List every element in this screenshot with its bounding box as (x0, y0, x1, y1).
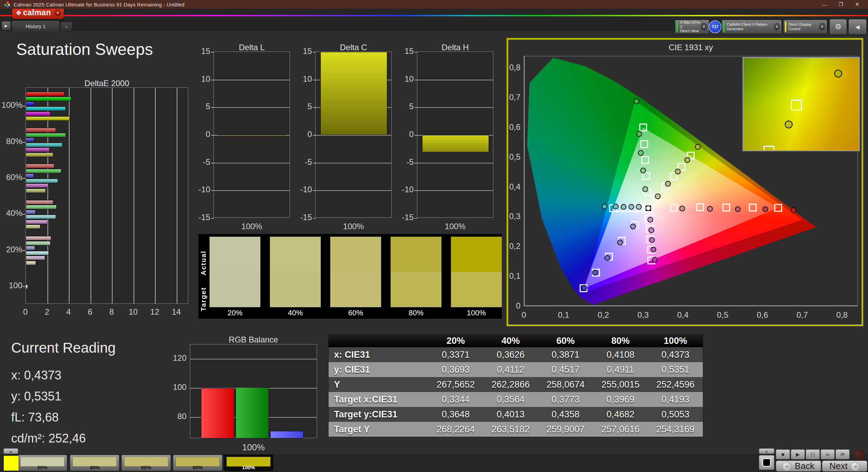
cie-measured-marker (605, 255, 610, 261)
cie-measured-marker (655, 193, 661, 199)
table-cell: 0,3969 (593, 392, 648, 407)
deltae-x-tick: 4 (62, 307, 75, 317)
pattern-button-100%[interactable]: 100% (224, 455, 273, 471)
pattern-button-60%[interactable]: 60% (121, 455, 171, 471)
swatch-label: 20% (210, 309, 260, 317)
pattern-generator-dropdown[interactable]: CalMAN Client 3 Pattern Generator ▼ (722, 20, 782, 34)
table-cell: 0,3871 (538, 347, 593, 362)
delta-axis-tick (415, 218, 417, 219)
settings-button[interactable]: ⚙ (829, 19, 847, 35)
swatch-column: 80% (391, 237, 441, 319)
cie-target-marker (670, 204, 678, 212)
delta-axis-tick (313, 163, 316, 163)
cie-y-tick: 0,2 (503, 241, 520, 251)
next-button[interactable]: Next» (822, 460, 867, 472)
rgb-balance-title: RGB Balance (229, 335, 278, 345)
chevron-down-icon: ▼ (54, 9, 61, 16)
transport-play-button[interactable]: ▶ (791, 449, 805, 459)
delta-y-tick: -5 (294, 157, 312, 167)
rgb-y-tick: 80 (169, 412, 186, 421)
cie-target-marker (639, 123, 647, 131)
actual-row-label: Actual (200, 238, 208, 275)
target-swatch (270, 272, 321, 307)
cie-x-tick: 0,2 (593, 310, 614, 320)
deltae-bar (26, 246, 35, 250)
table-cell: 0,4517 (538, 362, 593, 377)
deltae-group-label: 100 (0, 281, 22, 290)
swatch-label: 40% (270, 309, 321, 317)
cie-measured-marker (665, 181, 671, 186)
pattern-button-80%[interactable]: 80% (173, 455, 222, 471)
table-cell: 0,5351 (648, 362, 703, 377)
collapse-panel-button[interactable]: ◀ (848, 19, 867, 35)
transport-stop-button[interactable]: ■ (776, 449, 790, 459)
deltae-x-tick: 14 (170, 307, 183, 317)
delta-axis-tick (211, 135, 214, 136)
swatch-column: 20% (210, 237, 260, 319)
cie-x-tick: 0,1 (553, 310, 574, 320)
deltae-group-label: 40% (0, 209, 22, 218)
swatch-window-up-button[interactable]: ▲ (759, 448, 774, 454)
actual-target-swatch-panel: ActualTarget20%40%60%80%100% (198, 234, 502, 319)
meter-id-badge[interactable]: 717 (709, 20, 722, 33)
cie-target-marker (774, 204, 782, 212)
deltae-x-tick: 12 (148, 307, 161, 317)
cie-y-tick: 0,5 (503, 152, 520, 162)
window-titlebar: Calman 2025 Calman Ultimate for Business… (0, 0, 868, 9)
delta-axis-tick (313, 190, 316, 191)
deltae-axis-tick (22, 106, 26, 106)
pattern-window-button[interactable] (759, 455, 774, 470)
pattern-button-20%[interactable]: 20% (18, 455, 67, 471)
delta-y-tick: -15 (294, 213, 312, 222)
delta-gridline (417, 163, 493, 163)
delta-y-tick: 15 (193, 46, 210, 56)
deltae-bar (26, 138, 34, 142)
deltae-gridline (155, 88, 156, 303)
display-control-dropdown[interactable]: Direct Display Control ▼ (783, 20, 827, 34)
restore-icon[interactable]: ❐ (833, 0, 849, 8)
delta-y-tick: 10 (396, 74, 414, 84)
tab-history-1[interactable]: History 1 (12, 20, 60, 32)
add-tab-button[interactable]: + (60, 22, 73, 31)
cie-measured-marker (642, 186, 648, 192)
transport-continuous-button[interactable]: ∞ (821, 449, 835, 459)
deltae-bar (26, 241, 51, 245)
delta-gridline (316, 163, 391, 163)
back-button-label: Back (795, 461, 814, 471)
table-cell: 0,3344 (428, 392, 483, 407)
deltae-axis-tick (22, 214, 26, 215)
close-icon[interactable]: ✕ (849, 0, 865, 8)
cie-measured-marker (648, 217, 653, 222)
pattern-window-up-button[interactable]: ▲ (3, 448, 18, 454)
page-title: Saturation Sweeps (16, 40, 153, 59)
delta-gridline (417, 80, 493, 80)
meter-dropdown[interactable]: X-Rite i1Pro 3 Direct View ▼ (675, 20, 709, 34)
delta-gridline (417, 107, 493, 108)
next-button-label: Next (829, 461, 847, 471)
deltae-axis-tick (22, 250, 26, 251)
transport-step-button[interactable]: [·] (806, 449, 820, 459)
cie-measured-marker (695, 144, 701, 150)
deltae-axis-tick (22, 142, 26, 143)
cie-measured-marker (648, 227, 654, 233)
deltae-gridline (112, 88, 113, 303)
chevron-left-icon: ◀ (855, 24, 860, 30)
delta-axis-tick (313, 218, 316, 219)
table-header-cell: 20% (428, 334, 483, 347)
table-header-cell: 100% (648, 334, 703, 347)
transport-refresh-button[interactable]: ⟳ (835, 449, 850, 459)
deltae-bar (26, 200, 53, 204)
table-cell: 0,4373 (648, 347, 703, 362)
table-row: Target Y268,2264263,5182259,9007257,0616… (329, 422, 703, 437)
table-cell: 0,5053 (648, 407, 703, 422)
pattern-button-40%[interactable]: 40% (70, 455, 119, 471)
swatch-column: 60% (330, 237, 381, 319)
deltae-plot-area (25, 87, 188, 304)
cie-measured-marker (791, 208, 796, 213)
back-button[interactable]: «Back (776, 460, 821, 472)
table-row-label: Target y:CIE31 (329, 407, 428, 422)
minimize-icon[interactable]: — (816, 0, 833, 8)
delta-y-tick: 0 (294, 130, 312, 139)
tab-scroll-button[interactable]: ▶ (1, 21, 11, 31)
table-cell: 0,4911 (593, 362, 648, 377)
